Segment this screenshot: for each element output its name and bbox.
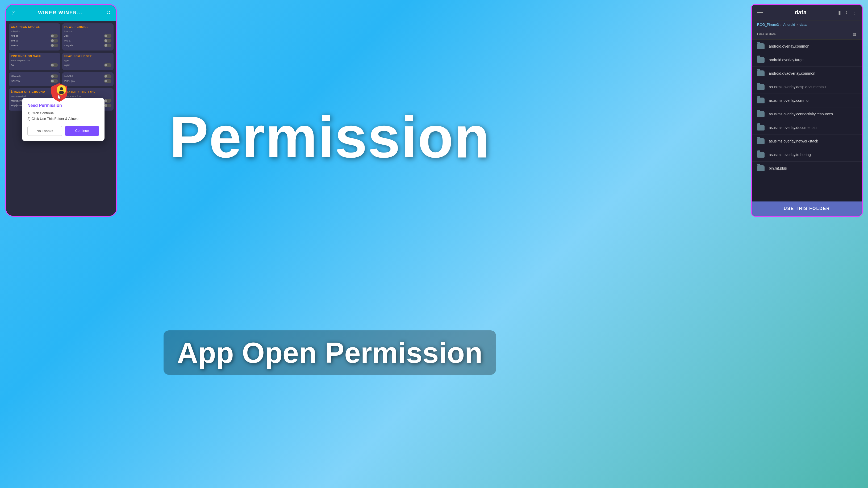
- folder-icon: [757, 70, 765, 76]
- toggle-60fps[interactable]: [51, 39, 58, 42]
- efac-sub: types: [64, 59, 112, 62]
- folder-icon: [757, 43, 765, 49]
- toggle-potatgra[interactable]: [104, 79, 112, 83]
- permission-icon: [49, 82, 70, 103]
- power-card: POWER CHOICE Increase Aasi- Pro-Δ LA-g F…: [62, 23, 114, 51]
- breadcrumb-sep2: ›: [797, 23, 798, 27]
- file-name: asusims.overlay.aosp.documentsui: [769, 85, 827, 89]
- breadcrumb-bar: ROG_Phone3 › Android › data: [752, 21, 862, 29]
- mid-cards-row: PROTE-CTION SAFE 100% saf prota-ction Sa…: [9, 53, 114, 70]
- folder-icon: [757, 125, 765, 131]
- continue-button[interactable]: Continue: [65, 126, 99, 136]
- folder-icon: [757, 57, 765, 63]
- toggle-safe-row: Sa...: [11, 63, 58, 67]
- folder-icon: [757, 111, 765, 117]
- toggle-nulskil-row: Nul-Skil: [64, 74, 112, 78]
- protection-title: PROTE-CTION SAFE: [11, 55, 58, 58]
- toggle-nulskil[interactable]: [104, 74, 112, 78]
- graphics-title: GRAPHICS CHOICE: [11, 26, 58, 28]
- file-manager-header: data ▮ ↕ ⋮: [752, 5, 862, 21]
- app-open-permission-heading: App Open Permission: [163, 330, 496, 375]
- file-name: bin.mt.plus: [769, 166, 787, 170]
- breadcrumb-android[interactable]: Android: [783, 23, 795, 27]
- sort-icon[interactable]: ↕: [845, 9, 847, 15]
- file-name: android.overlay.common: [769, 44, 809, 48]
- toggle-lagfix[interactable]: [104, 43, 112, 47]
- toggle-maxviw-label: m∆x Viw: [11, 80, 20, 83]
- toggle-60fps-label: 60 Fps: [11, 39, 18, 42]
- list-item[interactable]: android.qvaoverlay.common: [752, 67, 862, 80]
- file-name: android.qvaoverlay.common: [769, 71, 815, 75]
- toggle-night[interactable]: [104, 63, 112, 67]
- folder-icon: [757, 84, 765, 90]
- file-name: asusims.overlay.tethering: [769, 153, 811, 157]
- toggle-iphone-label: iPhone-8+: [11, 75, 22, 77]
- breadcrumb-data: data: [799, 23, 807, 27]
- toggle-nulskil-label: Nul-Skil: [64, 75, 72, 77]
- toggle-40fps-label: 40 Fps: [11, 35, 18, 37]
- toggle-night-row: night: [64, 63, 112, 67]
- list-item[interactable]: asusims.overlay.tethering: [752, 148, 862, 162]
- toggle-aasi-label: Aasi-: [64, 35, 70, 37]
- file-list: android.overlay.common android.overlay.t…: [752, 40, 862, 201]
- list-item[interactable]: bin.mt.plus: [752, 162, 862, 175]
- new-folder-icon[interactable]: ▮: [838, 9, 841, 15]
- list-item[interactable]: asusims.overlay.networkstack: [752, 134, 862, 148]
- dialog-buttons: No Thanks Continue: [27, 126, 99, 136]
- toggle-aasi[interactable]: [104, 34, 112, 38]
- more-options-icon[interactable]: ⋮: [852, 9, 857, 15]
- toggle-40fps[interactable]: [51, 34, 58, 38]
- list-item[interactable]: asusims.overlay.connectivity.resources: [752, 107, 862, 121]
- dialog-title: Need Permission: [27, 103, 99, 108]
- phone-title: WINER WINER...: [38, 10, 83, 16]
- erazer-tre-sub: gone ground + tre: [64, 95, 112, 97]
- dialog-text: 1) Click Continue 2) Click Use This Fold…: [27, 110, 99, 122]
- toggle-90fps-label: 90 Fps: [11, 44, 18, 47]
- efac-title: EFAC POWER STY: [64, 55, 112, 58]
- grid-view-icon[interactable]: ▦: [852, 32, 857, 37]
- list-item[interactable]: asusims.overlay.common: [752, 94, 862, 107]
- efac-card: EFAC POWER STY types night: [62, 53, 114, 70]
- file-header-icons: ▮ ↕ ⋮: [838, 9, 857, 15]
- graphics-card: GRAPHICS CHOICE set up fps 40 Fps 60 Fps…: [9, 23, 60, 51]
- menu-icon[interactable]: [757, 11, 763, 14]
- files-label-bar: Files in data ▦: [752, 29, 862, 40]
- toggle-potatgra-row: PotAt-grA: [64, 79, 112, 83]
- svg-point-2: [59, 91, 64, 94]
- toggle-iphone[interactable]: [51, 74, 58, 78]
- toggle-90fps[interactable]: [51, 43, 58, 47]
- toggle-tmap-s[interactable]: [104, 104, 112, 107]
- phone-header: ? WINER WINER... ↺: [6, 5, 116, 21]
- file-name: asusims.overlay.connectivity.resources: [769, 112, 833, 116]
- file-name: asusims.overlay.networkstack: [769, 139, 818, 143]
- svg-point-1: [60, 87, 63, 90]
- toggle-safe-label: Sa...: [11, 64, 16, 66]
- file-name: asusims.overlay.common: [769, 98, 811, 103]
- toggle-safe[interactable]: [51, 63, 58, 67]
- folder-icon: [757, 98, 765, 103]
- list-item[interactable]: android.overlay.target: [752, 53, 862, 67]
- list-item[interactable]: asusims.overlay.documentsui: [752, 121, 862, 134]
- toggle-proa[interactable]: [104, 39, 112, 42]
- list-item[interactable]: android.overlay.common: [752, 40, 862, 53]
- refresh-icon[interactable]: ↺: [106, 9, 111, 16]
- toggle-tmap-e[interactable]: [104, 99, 112, 103]
- list-item[interactable]: asusims.overlay.aosp.documentsui: [752, 80, 862, 94]
- files-in-data-label: Files in data: [757, 32, 776, 36]
- file-name: android.overlay.target: [769, 58, 804, 62]
- toggle-lagfix-row: LA-g Fix: [64, 43, 112, 47]
- permission-heading: Permission: [169, 104, 490, 171]
- power-title: POWER CHOICE: [64, 26, 112, 28]
- help-icon[interactable]: ?: [11, 9, 14, 16]
- use-this-folder-button[interactable]: USE THIS FOLDER: [752, 201, 862, 216]
- right-file-panel: data ▮ ↕ ⋮ ROG_Phone3 › Android › data F…: [751, 4, 863, 217]
- no-thanks-button[interactable]: No Thanks: [27, 126, 62, 136]
- file-manager-title: data: [795, 9, 807, 16]
- file-name: asusims.overlay.documentsui: [769, 126, 817, 130]
- protection-sub: 100% saf prota-ction: [11, 59, 58, 62]
- folder-icon: [757, 165, 765, 171]
- toggle-90fps-row: 90 Fps: [11, 43, 58, 47]
- folder-icon: [757, 152, 765, 158]
- breadcrumb-rog[interactable]: ROG_Phone3: [757, 23, 779, 27]
- toggle-proa-row: Pro-Δ: [64, 39, 112, 42]
